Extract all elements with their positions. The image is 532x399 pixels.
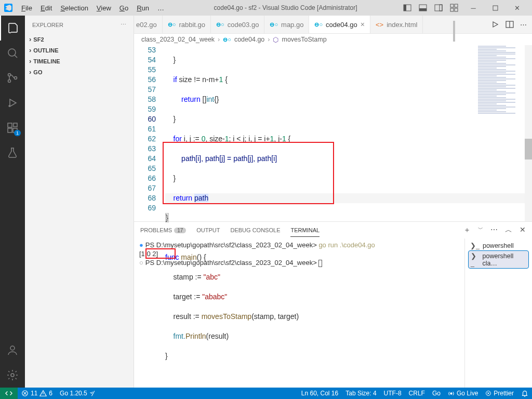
editor-area: e02.go ⊖○rabbit.go ⊖○code03.go ⊖○map.go … (134, 16, 532, 388)
terminal-scrollbar[interactable] (453, 21, 455, 42)
svg-rect-17 (8, 128, 12, 132)
tab-rabbit[interactable]: ⊖○rabbit.go (163, 16, 211, 33)
customize-layout-icon[interactable] (450, 4, 458, 12)
window-title: code04.go - sf2 - Visual Studio Code [Ad… (168, 4, 403, 11)
source-control-icon[interactable] (0, 65, 25, 90)
run-debug-icon[interactable] (0, 90, 25, 115)
svg-rect-10 (493, 6, 498, 10)
svg-rect-4 (435, 5, 442, 11)
search-icon[interactable] (0, 41, 25, 65)
split-editor-icon[interactable] (506, 20, 514, 29)
menu-edit[interactable]: Edit (37, 2, 56, 14)
sidebar-item-outline[interactable]: ›OUTLINE (25, 45, 134, 56)
menu-file[interactable]: File (18, 2, 36, 14)
maximize-button[interactable] (484, 1, 506, 15)
sidebar-item-sf2[interactable]: ›SF2 (25, 34, 134, 45)
title-bar: File Edit Selection View Go Run … code04… (0, 0, 532, 16)
close-window-button[interactable]: ✕ (506, 1, 528, 15)
layout-toggle-left-icon[interactable] (403, 4, 411, 12)
svg-point-14 (15, 77, 17, 79)
testing-icon[interactable] (0, 140, 25, 165)
tab-map[interactable]: ⊖○map.go (264, 16, 309, 33)
menu-go[interactable]: Go (116, 2, 132, 14)
svg-rect-9 (455, 8, 458, 11)
symbol-icon: ⬡ (273, 36, 278, 44)
go-icon: ⊖○ (168, 21, 176, 28)
tab-code03[interactable]: ⊖○code03.go (211, 16, 264, 33)
tab-index-html[interactable]: <>index.html (370, 16, 423, 33)
close-icon[interactable]: × (361, 20, 365, 29)
activity-bar: 1 (0, 16, 25, 388)
code-editor[interactable]: 5354555657585960616263646566676869 } if … (134, 45, 532, 221)
minimap[interactable] (478, 45, 525, 159)
sidebar-item-timeline[interactable]: ›TIMELINE (25, 56, 134, 66)
editor-more-icon[interactable]: ⋯ (520, 21, 527, 29)
status-go-version[interactable]: Go 1.20.5 (56, 388, 99, 399)
go-icon: ⊖○ (270, 21, 278, 28)
sidebar-item-go[interactable]: ›GO (25, 66, 134, 77)
extensions-badge: 1 (14, 130, 21, 136)
go-icon: ⊖○ (314, 21, 323, 28)
layout-toggle-right-icon[interactable] (434, 4, 443, 12)
settings-icon[interactable] (0, 363, 25, 388)
menu-selection[interactable]: Selection (57, 2, 91, 14)
svg-point-15 (9, 105, 10, 107)
svg-rect-1 (404, 5, 406, 11)
code-content[interactable]: } if size != n-m+1 { return []int{} } fo… (165, 45, 532, 221)
svg-rect-19 (14, 123, 17, 127)
explorer-header: EXPLORER ⋯ (25, 16, 134, 34)
svg-rect-7 (455, 4, 458, 7)
minimize-button[interactable]: ─ (462, 1, 484, 15)
menu-bar: File Edit Selection View Go Run … (18, 2, 168, 14)
svg-rect-16 (8, 123, 12, 127)
explorer-more-icon[interactable]: ⋯ (121, 21, 126, 28)
svg-point-21 (11, 374, 14, 377)
menu-more[interactable]: … (154, 2, 168, 14)
status-problems[interactable]: 11 6 (18, 388, 56, 399)
layout-toggle-bottom-icon[interactable] (419, 4, 427, 12)
svg-point-12 (8, 74, 11, 76)
side-panel: EXPLORER ⋯ ›SF2 ›OUTLINE ›TIMELINE ›GO (25, 16, 134, 388)
accounts-icon[interactable] (0, 338, 25, 363)
menu-view[interactable]: View (93, 2, 115, 14)
svg-rect-5 (440, 5, 442, 11)
tab-e02[interactable]: e02.go (134, 16, 163, 33)
editor-tabs: e02.go ⊖○rabbit.go ⊖○code03.go ⊖○map.go … (134, 16, 532, 34)
go-icon: ⊖○ (216, 21, 224, 28)
line-gutter: 5354555657585960616263646566676869 (134, 45, 165, 221)
run-code-icon[interactable] (491, 20, 499, 29)
svg-point-20 (10, 346, 15, 350)
go-icon: ⊖○ (223, 36, 231, 43)
remote-button[interactable] (0, 388, 18, 399)
svg-point-11 (8, 49, 16, 56)
vscode-logo-icon (4, 4, 12, 12)
extensions-icon[interactable]: 1 (0, 115, 25, 140)
explorer-icon[interactable] (0, 16, 25, 41)
breadcrumb[interactable]: class_2023_02_04_week› ⊖○code04.go› ⬡mov… (134, 34, 532, 45)
html-icon: <> (376, 21, 383, 29)
svg-rect-8 (450, 8, 454, 11)
menu-run[interactable]: Run (133, 2, 153, 14)
editor-scrollbar[interactable] (525, 45, 532, 221)
svg-point-13 (8, 80, 11, 83)
svg-rect-6 (450, 4, 454, 7)
tab-code04[interactable]: ⊖○code04.go× (309, 16, 370, 33)
svg-rect-3 (419, 8, 427, 11)
